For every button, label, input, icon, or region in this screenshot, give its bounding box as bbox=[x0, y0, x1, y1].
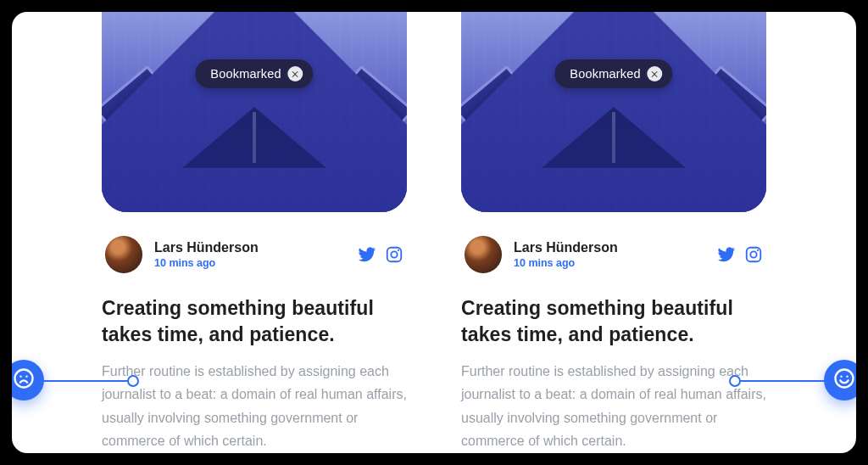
avatar[interactable] bbox=[465, 236, 502, 273]
positive-feedback-button[interactable] bbox=[824, 360, 856, 401]
comparison-frame: Bookmarked Lars Hünderson 10 mins ago bbox=[12, 12, 856, 453]
post-meta: Lars Hünderson 10 mins ago bbox=[102, 212, 407, 273]
svg-point-1 bbox=[391, 251, 397, 257]
svg-point-9 bbox=[836, 370, 854, 388]
cover-image: Bookmarked bbox=[461, 12, 766, 212]
twitter-icon[interactable] bbox=[717, 245, 736, 264]
post-meta: Lars Hünderson 10 mins ago bbox=[461, 212, 766, 273]
twitter-icon[interactable] bbox=[358, 245, 376, 264]
post-body: Further routine is established by assign… bbox=[461, 360, 766, 453]
bookmark-chip-label: Bookmarked bbox=[210, 67, 281, 81]
bookmark-chip-label: Bookmarked bbox=[570, 67, 640, 81]
post-body: Further routine is established by assign… bbox=[102, 360, 407, 453]
bookmark-chip[interactable]: Bookmarked bbox=[554, 59, 672, 88]
sad-face-icon bbox=[12, 367, 36, 394]
cards-row: Bookmarked Lars Hünderson 10 mins ago bbox=[102, 12, 766, 453]
svg-point-10 bbox=[840, 376, 842, 378]
avatar[interactable] bbox=[105, 236, 142, 273]
negative-feedback-button[interactable] bbox=[12, 360, 44, 401]
post-time: 10 mins ago bbox=[514, 257, 618, 269]
social-links bbox=[717, 245, 763, 264]
bookmark-chip[interactable]: Bookmarked bbox=[195, 59, 313, 88]
author-name: Lars Hünderson bbox=[514, 240, 618, 255]
svg-point-4 bbox=[750, 251, 756, 257]
svg-point-8 bbox=[25, 376, 27, 378]
instagram-icon[interactable] bbox=[385, 245, 403, 264]
close-icon[interactable] bbox=[648, 66, 663, 81]
author-name: Lars Hünderson bbox=[154, 240, 259, 255]
svg-point-2 bbox=[398, 249, 399, 251]
post-card: Bookmarked Lars Hünderson 10 mins ago bbox=[461, 12, 766, 453]
svg-point-6 bbox=[15, 370, 33, 388]
social-links bbox=[358, 245, 403, 264]
svg-point-7 bbox=[19, 376, 21, 378]
post-time: 10 mins ago bbox=[154, 257, 259, 269]
cover-image: Bookmarked bbox=[102, 12, 407, 212]
post-title: Creating something beautiful takes time,… bbox=[102, 295, 407, 348]
svg-point-11 bbox=[846, 376, 848, 378]
badge-connector bbox=[734, 380, 829, 382]
badge-connector bbox=[39, 380, 134, 382]
happy-face-icon bbox=[832, 367, 856, 394]
svg-point-5 bbox=[757, 249, 759, 251]
instagram-icon[interactable] bbox=[744, 245, 763, 264]
post-title: Creating something beautiful takes time,… bbox=[461, 295, 766, 348]
close-icon[interactable] bbox=[288, 66, 303, 81]
post-card: Bookmarked Lars Hünderson 10 mins ago bbox=[102, 12, 407, 453]
